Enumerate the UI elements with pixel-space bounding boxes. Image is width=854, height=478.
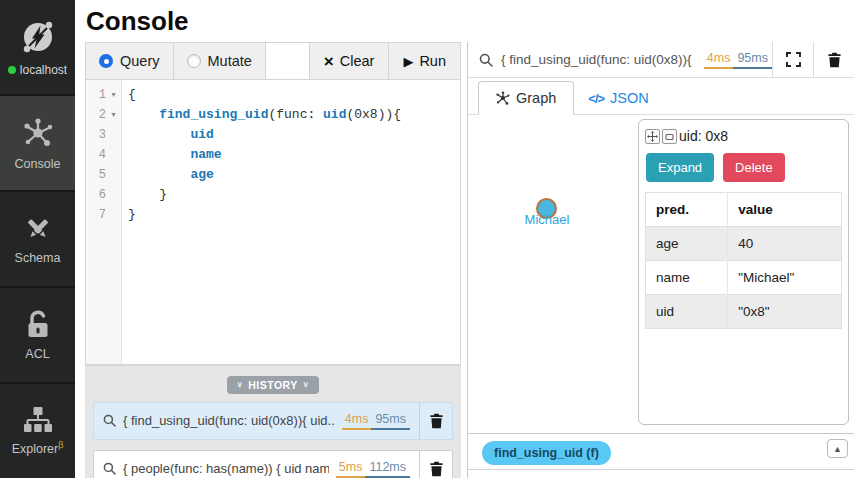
total-latency: 112ms: [365, 459, 410, 478]
collapse-button[interactable]: ▲: [827, 439, 848, 458]
fold-spacer: [106, 165, 121, 185]
editor-lines: 1▾{2▾ find_using_uid(func: uid(0x8)){3 u…: [86, 80, 460, 225]
fold-spacer: [106, 145, 121, 165]
value-cell: 40: [728, 227, 842, 261]
code-text: age: [121, 165, 214, 185]
schema-pencils-icon: [23, 214, 53, 244]
toolbar-spacer: [266, 43, 310, 79]
results-panel: { find_using_uid(func: uid(0x8)){ ... 4m…: [467, 42, 854, 478]
clear-button[interactable]: × Clear: [310, 43, 390, 79]
run-button[interactable]: ▶ Run: [389, 43, 460, 79]
code-text: }: [121, 185, 167, 205]
dgraph-logo-icon: [18, 17, 58, 57]
pred-cell: age: [646, 227, 728, 261]
server-latency: 4ms: [704, 50, 734, 69]
minimize-icon[interactable]: [662, 129, 677, 144]
result-footer: find_using_uid (f) ▲: [468, 433, 854, 470]
mutate-radio-circle[interactable]: [187, 54, 201, 68]
chevron-down-icon: ∨: [303, 380, 309, 389]
fullscreen-button[interactable]: [773, 42, 813, 77]
sidebar-item-server[interactable]: localhost: [0, 0, 75, 94]
delete-button[interactable]: Delete: [723, 153, 785, 182]
code-text: {: [121, 85, 136, 105]
trash-icon: [827, 52, 842, 68]
history-list: { find_using_uid(func: uid(0x8)){ uid...…: [85, 402, 461, 478]
predicate-table: pred. value age40name"Michael"uid"0x8": [645, 192, 842, 329]
bottom-strip: [468, 470, 854, 478]
sidebar-item-console[interactable]: Console: [0, 94, 75, 190]
query-radio-circle[interactable]: [99, 54, 113, 68]
search-icon: [479, 53, 493, 67]
query-function-badge[interactable]: find_using_uid (f): [482, 441, 611, 465]
graph-tab-icon: [496, 91, 510, 105]
tab-graph[interactable]: Graph: [478, 81, 574, 115]
sidebar-label-explorer: Explorerβ: [12, 440, 64, 456]
run-play-icon: ▶: [403, 55, 413, 68]
editor-line[interactable]: 4 name: [86, 145, 460, 165]
result-delete-button[interactable]: [814, 42, 854, 77]
history-query[interactable]: { people(func: has(name)) { uid nam...5m…: [94, 451, 419, 478]
value-cell: "0x8": [728, 295, 842, 329]
code-text: name: [121, 145, 222, 165]
server-latency: 4ms: [342, 411, 372, 430]
graph-canvas[interactable]: Michael: [468, 115, 854, 433]
mutate-radio-label: Mutate: [208, 53, 252, 69]
mutate-radio[interactable]: Mutate: [174, 43, 266, 79]
search-icon: [103, 462, 116, 475]
query-radio-label: Query: [120, 53, 160, 69]
editor-line[interactable]: 3 uid: [86, 125, 460, 145]
history-timings: 4ms95ms: [342, 411, 410, 430]
sidebar-label-schema: Schema: [15, 251, 61, 265]
total-latency: 95ms: [733, 50, 772, 69]
editor-line[interactable]: 7}: [86, 205, 460, 225]
history-query[interactable]: { find_using_uid(func: uid(0x8)){ uid...…: [94, 403, 419, 439]
history-item[interactable]: { people(func: has(name)) { uid nam...5m…: [93, 450, 453, 478]
value-header: value: [728, 193, 842, 227]
acl-lock-icon: [24, 310, 52, 340]
line-number: 6: [86, 185, 106, 205]
fold-spacer: [106, 125, 121, 145]
fold-arrow-icon[interactable]: ▾: [106, 105, 121, 125]
tab-json[interactable]: </> JSON: [574, 82, 662, 114]
pred-cell: name: [646, 261, 728, 295]
editor-toolbar: Query Mutate × Clear ▶ Run: [85, 42, 461, 80]
query-editor[interactable]: 1▾{2▾ find_using_uid(func: uid(0x8)){3 u…: [85, 80, 461, 365]
result-tabs: Graph </> JSON: [468, 78, 854, 115]
chevron-down-icon: ∨: [237, 380, 243, 389]
result-timings: 4ms 95ms: [704, 50, 772, 69]
details-title: uid: 0x8: [679, 128, 728, 144]
fold-arrow-icon[interactable]: ▾: [106, 85, 121, 105]
editor-line[interactable]: 2▾ find_using_uid(func: uid(0x8)){: [86, 105, 460, 125]
server-latency: 5ms: [336, 459, 366, 478]
editor-line[interactable]: 1▾{: [86, 85, 460, 105]
history-delete-button[interactable]: [419, 403, 452, 439]
result-query-text[interactable]: { find_using_uid(func: uid(0x8)){ ...: [501, 52, 696, 67]
sidebar-label-acl: ACL: [25, 347, 49, 361]
workspace: Query Mutate × Clear ▶ Run: [75, 42, 854, 478]
code-text: find_using_uid(func: uid(0x8)){: [121, 105, 401, 125]
history-query-text: { people(func: has(name)) { uid nam...: [123, 461, 329, 476]
history-item[interactable]: { find_using_uid(func: uid(0x8)){ uid...…: [93, 402, 453, 440]
history-delete-button[interactable]: [419, 451, 452, 478]
sidebar-item-explorer[interactable]: Explorerβ: [0, 382, 75, 478]
pred-cell: uid: [646, 295, 728, 329]
line-number: 2: [86, 105, 106, 125]
triangle-up-icon: ▲: [833, 444, 842, 454]
expand-button[interactable]: Expand: [646, 153, 714, 182]
page-title: Console: [75, 0, 854, 42]
result-header: { find_using_uid(func: uid(0x8)){ ... 4m…: [468, 42, 854, 78]
node-details-panel: uid: 0x8 Expand Delete pred. value: [638, 119, 849, 425]
history-toggle[interactable]: ∨ HISTORY ∨: [227, 376, 319, 394]
fullscreen-icon: [786, 52, 801, 67]
sidebar-item-schema[interactable]: Schema: [0, 190, 75, 286]
sidebar-item-acl[interactable]: ACL: [0, 286, 75, 382]
move-icon[interactable]: [645, 129, 660, 144]
value-cell: "Michael": [728, 261, 842, 295]
line-number: 3: [86, 125, 106, 145]
trash-icon: [429, 413, 444, 429]
query-radio[interactable]: Query: [86, 43, 174, 79]
editor-line[interactable]: 5 age: [86, 165, 460, 185]
graph-node-label: Michael: [512, 212, 582, 227]
editor-line[interactable]: 6 }: [86, 185, 460, 205]
history-timings: 5ms112ms: [336, 459, 410, 478]
